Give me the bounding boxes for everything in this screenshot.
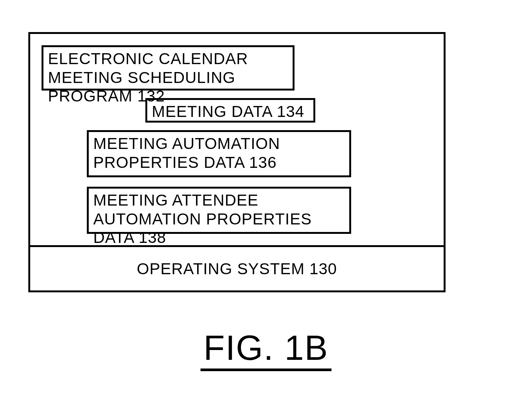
figure-canvas: ELECTRONIC CALENDAR MEETING SCHEDULING P… bbox=[0, 0, 532, 410]
figure-label: FIG. 1B bbox=[0, 328, 532, 371]
system-block-outer: ELECTRONIC CALENDAR MEETING SCHEDULING P… bbox=[28, 32, 446, 292]
meeting-automation-properties-box: MEETING AUTOMATION PROPERTIES DATA 136 bbox=[87, 130, 351, 177]
figure-label-text: FIG. 1B bbox=[200, 328, 332, 371]
meeting-attendee-automation-properties-box: MEETING ATTENDEE AUTOMATION PROPERTIES D… bbox=[87, 187, 351, 234]
operating-system-box: OPERATING SYSTEM 130 bbox=[30, 247, 444, 290]
electronic-calendar-program-box: ELECTRONIC CALENDAR MEETING SCHEDULING P… bbox=[42, 45, 295, 91]
meeting-data-box: MEETING DATA 134 bbox=[145, 98, 315, 123]
